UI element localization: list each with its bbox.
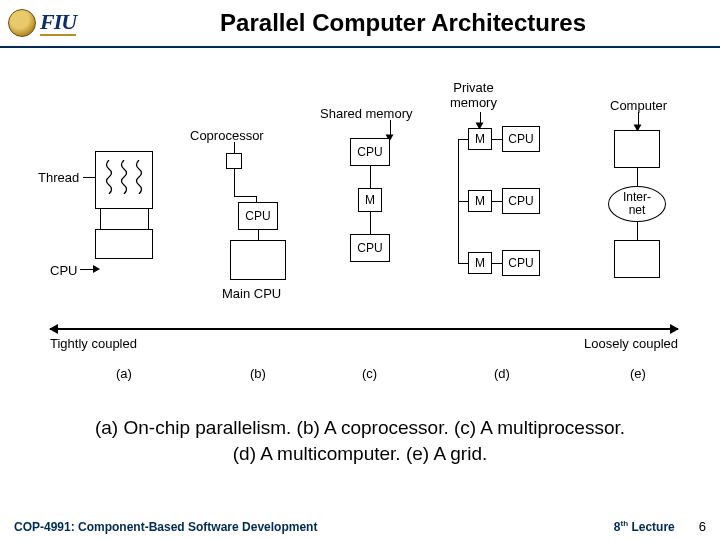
label-loose: Loosely coupled <box>584 336 678 351</box>
box-coproc-small <box>226 153 242 169</box>
slide-footer: COP-4991: Component-Based Software Devel… <box>0 519 720 534</box>
label-computer: Computer <box>610 98 667 113</box>
box-computer-top <box>614 130 660 168</box>
box-computer-bot <box>614 240 660 278</box>
ellipse-internet: Inter- net <box>608 186 666 222</box>
course-code: COP-4991: Component-Based Software Devel… <box>14 520 614 534</box>
slide-header: FIU Parallel Computer Architectures <box>0 0 720 48</box>
figure-caption: (a) On-chip parallelism. (b) A coprocess… <box>0 415 720 466</box>
caption-line-1: (a) On-chip parallelism. (b) A coprocess… <box>10 415 710 441</box>
box-cpu-a <box>95 229 153 259</box>
lecture-number: 8th Lecture <box>614 519 675 534</box>
logo-initials: FIU <box>40 11 76 36</box>
university-logo: FIU <box>8 9 76 37</box>
box-m-d3: M <box>468 252 492 274</box>
label-coprocessor: Coprocessor <box>190 128 264 143</box>
sub-a: (a) <box>116 366 132 381</box>
box-m-d2: M <box>468 190 492 212</box>
box-cpu-c1: CPU <box>350 138 390 166</box>
caption-line-2: (d) A multicomputer. (e) A grid. <box>10 441 710 467</box>
box-cpu-b: CPU <box>238 202 278 230</box>
box-m-c: M <box>358 188 382 212</box>
sub-e: (e) <box>630 366 646 381</box>
coupling-axis <box>50 328 678 330</box>
architecture-diagram: Thread CPU Coprocessor CPU Main CPU Shar… <box>0 68 720 398</box>
slide-title: Parallel Computer Architectures <box>94 9 712 37</box>
box-m-d1: M <box>468 128 492 150</box>
crest-icon <box>8 9 36 37</box>
label-cpu-a: CPU <box>50 263 77 278</box>
box-cpu-c2: CPU <box>350 234 390 262</box>
label-thread: Thread <box>38 170 79 185</box>
label-private-memory: Private memory <box>450 80 497 110</box>
box-cpu-d1: CPU <box>502 126 540 152</box>
box-cpu-d3: CPU <box>502 250 540 276</box>
label-tight: Tightly coupled <box>50 336 137 351</box>
sub-c: (c) <box>362 366 377 381</box>
sub-b: (b) <box>250 366 266 381</box>
box-cpu-d2: CPU <box>502 188 540 214</box>
page-number: 6 <box>699 519 706 534</box>
label-main-cpu: Main CPU <box>222 286 281 301</box>
label-shared-memory: Shared memory <box>320 106 430 121</box>
sub-d: (d) <box>494 366 510 381</box>
box-main-cpu <box>230 240 286 280</box>
